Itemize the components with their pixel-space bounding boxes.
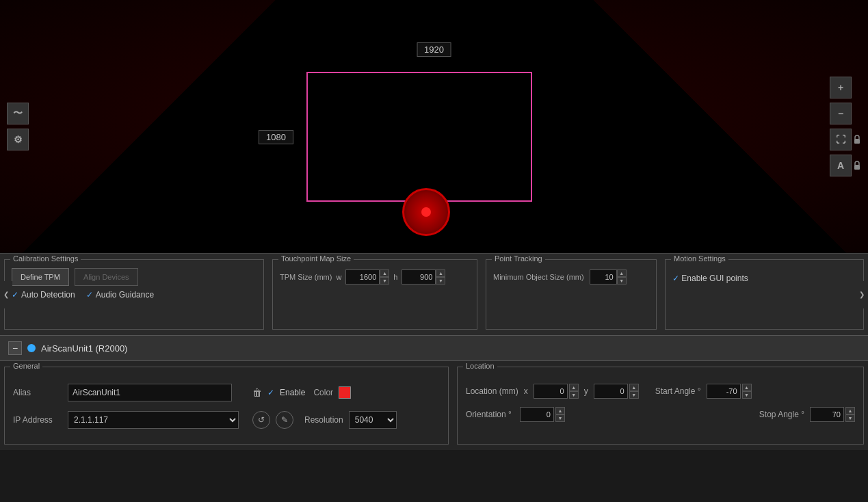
- loc-y-down[interactable]: ▼: [629, 391, 639, 399]
- general-title: General: [10, 362, 42, 370]
- color-picker[interactable]: [339, 386, 351, 399]
- location-label: Location (mm): [466, 386, 518, 396]
- tpm-w-down[interactable]: ▼: [380, 277, 389, 285]
- start-angle-down[interactable]: ▼: [742, 391, 752, 399]
- auto-detection-label[interactable]: ✓ Auto Detection: [12, 290, 75, 300]
- svg-rect-0: [854, 139, 860, 144]
- orientation-label: Orientation °: [466, 410, 512, 419]
- resolution-select[interactable]: 5040: [349, 411, 397, 429]
- device-row: − AirScanUnit1 (R2000): [0, 335, 868, 361]
- orientation-input[interactable]: [520, 407, 554, 422]
- device-status-dot: [27, 344, 36, 352]
- tracking-title: Point Tracking: [492, 254, 545, 263]
- auto-detection-text: Auto Detection: [21, 290, 75, 300]
- height-dimension-label: 1080: [259, 130, 293, 144]
- tracking-down[interactable]: ▼: [617, 277, 627, 285]
- tpm-w-label: w: [336, 273, 341, 281]
- location-y-input[interactable]: [594, 384, 628, 399]
- right-toolbar: + − ⛶ A: [830, 77, 861, 176]
- tracking-panel: Point Tracking Minimum Object Size (mm) …: [486, 259, 657, 330]
- svg-rect-1: [854, 165, 860, 170]
- alias-label: Alias: [13, 388, 61, 397]
- tpm-w-input[interactable]: ▲ ▼: [345, 269, 389, 285]
- viewport-area: 1920 1080 〜 ⚙ + − ⛶ A: [0, 0, 868, 253]
- edit-icon-button[interactable]: ✎: [276, 411, 293, 429]
- calibration-title: Calibration Settings: [10, 254, 81, 263]
- tpm-h-label: h: [393, 273, 397, 281]
- orientation-field[interactable]: ▲ ▼: [520, 407, 565, 422]
- auto-detection-check: ✓: [12, 290, 18, 300]
- x-label: x: [524, 386, 528, 396]
- bottom-area: General Alias 🗑 ✓ Enable Color IP Addres…: [0, 361, 868, 450]
- stop-angle-field[interactable]: ▲ ▼: [810, 407, 855, 422]
- y-label: y: [584, 386, 588, 396]
- device-name-label: AirScanUnit1 (R2000): [41, 343, 127, 354]
- start-angle-input[interactable]: [707, 384, 741, 399]
- enable-gui-text: Enable GUI points: [681, 274, 748, 283]
- zoom-in-button[interactable]: +: [830, 77, 852, 98]
- tpm-h-down[interactable]: ▼: [436, 277, 445, 285]
- location-panel: Location Location (mm) x ▲ ▼ y ▲ ▼ Start…: [457, 367, 864, 445]
- tpm-w-field[interactable]: [345, 269, 380, 285]
- calibration-panel: Calibration Settings Define TPM Align De…: [4, 259, 264, 330]
- start-angle-field[interactable]: ▲ ▼: [707, 384, 752, 399]
- tracking-label: Minimum Object Size (mm): [493, 273, 584, 281]
- enable-text: Enable: [280, 388, 305, 397]
- fullscreen-button[interactable]: ⛶: [830, 129, 852, 150]
- enable-gui-check: ✓: [672, 274, 679, 283]
- orientation-down[interactable]: ▼: [555, 414, 565, 422]
- left-toolbar: 〜 ⚙: [7, 103, 29, 150]
- audio-guidance-label[interactable]: ✓ Audio Guidance: [86, 290, 154, 300]
- enable-gui-points-label[interactable]: ✓ Enable GUI points: [672, 274, 748, 283]
- location-x-field[interactable]: ▲ ▼: [534, 384, 579, 399]
- audio-guidance-check: ✓: [86, 290, 93, 300]
- nav-right-arrow[interactable]: ❯: [856, 281, 868, 308]
- tpm-h-up[interactable]: ▲: [436, 269, 445, 277]
- refresh-icon-button[interactable]: ↺: [252, 411, 270, 429]
- trash-icon[interactable]: 🗑: [252, 387, 262, 398]
- align-devices-button[interactable]: Align Devices: [75, 268, 138, 286]
- zoom-out-button[interactable]: −: [830, 103, 852, 124]
- resolution-label: Resolution: [304, 415, 343, 425]
- location-y-field[interactable]: ▲ ▼: [594, 384, 639, 399]
- location-x-input[interactable]: [534, 384, 568, 399]
- orientation-up[interactable]: ▲: [555, 407, 565, 414]
- ip-select[interactable]: 2.1.1.117: [68, 411, 239, 429]
- touchpoint-title: Touchpoint Map Size: [278, 254, 354, 263]
- stop-angle-up[interactable]: ▲: [845, 407, 855, 414]
- width-dimension-label: 1920: [417, 42, 451, 57]
- wave-icon-button[interactable]: 〜: [7, 103, 29, 124]
- tpm-h-field[interactable]: [402, 269, 436, 285]
- device-minus-button[interactable]: −: [8, 341, 22, 355]
- stop-angle-down[interactable]: ▼: [845, 414, 855, 422]
- tpm-label: TPM Size (mm): [280, 273, 332, 281]
- tracking-up[interactable]: ▲: [617, 269, 627, 277]
- start-angle-label: Start Angle °: [655, 386, 701, 396]
- audio-guidance-text: Audio Guidance: [96, 290, 154, 300]
- stop-angle-input[interactable]: [810, 407, 844, 422]
- nav-left-arrow[interactable]: ❮: [0, 281, 12, 308]
- define-tpm-button[interactable]: Define TPM: [12, 268, 69, 286]
- alias-input[interactable]: [68, 384, 232, 401]
- location-title: Location: [463, 362, 497, 370]
- lock1-icon: [853, 135, 861, 144]
- pink-viewport-rect: [306, 72, 532, 202]
- tracking-field[interactable]: [590, 269, 617, 285]
- loc-y-up[interactable]: ▲: [629, 384, 639, 391]
- loc-x-down[interactable]: ▼: [569, 391, 579, 399]
- tracking-input[interactable]: ▲ ▼: [590, 269, 627, 285]
- motion-title: Motion Settings: [671, 254, 728, 263]
- touchpoint-panel: Touchpoint Map Size TPM Size (mm) w ▲ ▼ …: [272, 259, 477, 330]
- enable-check: ✓: [267, 388, 274, 397]
- start-angle-up[interactable]: ▲: [742, 384, 752, 391]
- settings-row: ❮ Calibration Settings Define TPM Align …: [0, 253, 868, 335]
- gear-icon-button[interactable]: ⚙: [7, 129, 29, 150]
- stop-angle-label: Stop Angle °: [759, 410, 804, 419]
- motion-panel: Motion Settings ✓ Enable GUI points: [665, 259, 864, 330]
- ip-label: IP Address: [13, 415, 61, 425]
- tpm-w-up[interactable]: ▲: [380, 269, 389, 277]
- loc-x-up[interactable]: ▲: [569, 384, 579, 391]
- tpm-h-input[interactable]: ▲ ▼: [402, 269, 445, 285]
- auto-button[interactable]: A: [830, 155, 852, 176]
- red-circle-inner: [421, 207, 431, 217]
